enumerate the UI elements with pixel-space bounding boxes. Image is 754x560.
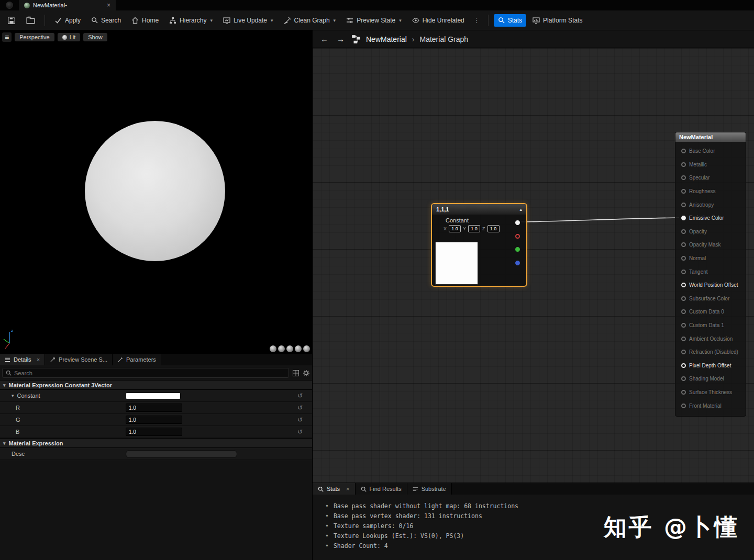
tab-preview-scene-settings[interactable]: Preview Scene S... <box>45 354 113 365</box>
pin-circle-icon[interactable] <box>681 203 686 207</box>
perspective-button[interactable]: Perspective <box>15 33 54 41</box>
hide-unrelated-button[interactable]: Hide Unrelated <box>408 14 469 27</box>
pin-circle-icon[interactable] <box>681 216 686 220</box>
material-input-pin-row[interactable]: Surface Thickness <box>675 386 746 399</box>
material-input-pin-row[interactable]: Opacity Mask <box>675 238 746 252</box>
pin-circle-icon[interactable] <box>681 283 686 287</box>
section-material-expression-constant3vector[interactable]: ▾ Material Expression Constant 3Vector <box>0 380 312 390</box>
back-arrow-icon[interactable]: ← <box>319 35 330 43</box>
pin-circle-icon[interactable] <box>681 376 686 381</box>
hierarchy-button[interactable]: Hierarchy ▾ <box>165 14 217 27</box>
viewport-menu-icon[interactable]: ≡ <box>2 32 12 42</box>
material-input-pin-row[interactable]: Subsurface Color <box>675 292 746 306</box>
reset-to-default-icon[interactable]: ↺ <box>297 392 303 399</box>
reset-to-default-icon[interactable]: ↺ <box>297 416 303 423</box>
x-value-box[interactable]: 1.0 <box>449 225 461 232</box>
collapse-node-icon[interactable]: ▴ <box>519 207 522 212</box>
pin-circle-icon[interactable] <box>681 149 686 153</box>
gear-icon[interactable] <box>303 369 310 377</box>
material-input-pin-row[interactable]: Ambient Occlusion <box>675 332 746 345</box>
pin-circle-icon[interactable] <box>681 390 686 395</box>
reset-to-default-icon[interactable]: ↺ <box>297 428 303 435</box>
material-input-pin-row[interactable]: Specular <box>675 171 746 185</box>
pin-circle-icon[interactable] <box>681 189 686 194</box>
b-value-input[interactable] <box>126 428 182 436</box>
output-pin-b[interactable] <box>515 261 520 265</box>
toolbar-overflow-menu[interactable]: ⋮ <box>471 14 483 26</box>
material-input-pin-row[interactable]: Roughness <box>675 185 746 198</box>
breadcrumb-asset[interactable]: NewMaterial <box>366 35 407 43</box>
material-input-pin-row[interactable]: Normal <box>675 252 746 265</box>
material-input-pin-row[interactable]: World Position Offset <box>675 278 746 292</box>
forward-arrow-icon[interactable]: → <box>335 35 346 43</box>
save-button[interactable] <box>3 14 20 27</box>
pin-circle-icon[interactable] <box>681 296 686 301</box>
material-input-pin-row[interactable]: Custom Data 0 <box>675 305 746 319</box>
result-node-header[interactable]: NewMaterial <box>675 132 746 142</box>
search-button[interactable]: Search <box>87 14 125 27</box>
material-input-pin-row[interactable]: Anisotropy <box>675 198 746 211</box>
details-search-input[interactable] <box>14 370 285 376</box>
output-pin-g[interactable] <box>515 247 520 252</box>
constant-3vector-node[interactable]: 1,1,1 ▴ Constant X 1.0 Y 1.0 Z 1.0 <box>431 203 527 287</box>
tab-details[interactable]: Details × <box>0 354 45 365</box>
tab-stats-close-icon[interactable]: × <box>346 486 349 492</box>
material-graph-canvas[interactable]: 1,1,1 ▴ Constant X 1.0 Y 1.0 Z 1.0 NewMa… <box>312 48 754 483</box>
tab-close-icon[interactable]: × <box>106 2 112 9</box>
row-caret-icon[interactable]: ▾ <box>12 393 14 398</box>
preview-mesh-cube-button[interactable] <box>295 345 302 352</box>
reset-to-default-icon[interactable]: ↺ <box>297 404 303 411</box>
desc-input[interactable] <box>126 450 237 458</box>
material-input-pin-row[interactable]: Refraction (Disabled) <box>675 345 746 359</box>
constant-node-header[interactable]: 1,1,1 ▴ <box>432 204 526 215</box>
output-pin-r[interactable] <box>515 234 520 239</box>
details-search-box[interactable] <box>2 368 289 378</box>
material-input-pin-row[interactable]: Front Material <box>675 399 746 412</box>
pin-circle-icon[interactable] <box>681 270 686 274</box>
material-input-pin-row[interactable]: Metallic <box>675 158 746 172</box>
preview-mesh-plane-button[interactable] <box>286 345 293 352</box>
browse-button[interactable] <box>22 13 39 27</box>
tab-substrate[interactable]: Substrate <box>407 483 452 495</box>
preview-state-button[interactable]: Preview State ▾ <box>342 14 406 27</box>
z-value-box[interactable]: 1.0 <box>487 225 500 232</box>
material-input-pin-row[interactable]: Shading Model <box>675 372 746 386</box>
constant-color-swatch[interactable] <box>126 393 181 399</box>
lit-mode-button[interactable]: Lit <box>58 33 81 41</box>
apply-button[interactable]: Apply <box>50 14 85 27</box>
pin-circle-icon[interactable] <box>681 175 686 180</box>
material-input-pin-row[interactable]: Tangent <box>675 265 746 278</box>
preview-viewport[interactable]: ≡ Perspective Lit Show z <box>0 30 312 353</box>
platform-stats-button[interactable]: Platform Stats <box>528 14 586 27</box>
pin-circle-icon[interactable] <box>681 162 686 167</box>
section-material-expression[interactable]: ▾ Material Expression <box>0 438 312 448</box>
output-pin-rgb[interactable] <box>515 220 520 225</box>
pin-circle-icon[interactable] <box>681 229 686 234</box>
pin-circle-icon[interactable] <box>681 309 686 314</box>
tab-stats[interactable]: Stats × <box>313 483 356 495</box>
pin-circle-icon[interactable] <box>681 350 686 354</box>
pin-circle-icon[interactable] <box>681 323 686 328</box>
stats-toggle-button[interactable]: Stats <box>494 14 526 27</box>
preview-mesh-sphere-button[interactable] <box>278 345 285 352</box>
show-button[interactable]: Show <box>83 33 107 41</box>
tab-details-close-icon[interactable]: × <box>37 356 40 363</box>
home-button[interactable]: Home <box>127 14 163 27</box>
material-input-pin-row[interactable]: Pixel Depth Offset <box>675 359 746 373</box>
tab-find-results[interactable]: Find Results <box>356 483 407 495</box>
clean-graph-button[interactable]: Clean Graph ▾ <box>280 14 340 27</box>
asset-tab-newmaterial[interactable]: NewMaterial• × <box>19 0 116 10</box>
y-value-box[interactable]: 1.0 <box>468 225 480 232</box>
preview-mesh-custom-button[interactable] <box>303 345 310 352</box>
g-value-input[interactable] <box>126 416 182 424</box>
pin-circle-icon[interactable] <box>681 242 686 247</box>
material-input-pin-row[interactable]: Base Color <box>675 144 746 158</box>
pin-circle-icon[interactable] <box>681 363 686 368</box>
pin-circle-icon[interactable] <box>681 337 686 341</box>
unreal-logo-icon[interactable] <box>0 0 19 10</box>
preview-mesh-cylinder-button[interactable] <box>270 345 276 352</box>
material-input-pin-row[interactable]: Opacity <box>675 225 746 239</box>
pin-circle-icon[interactable] <box>681 256 686 261</box>
live-update-button[interactable]: Live Update ▾ <box>219 14 278 27</box>
material-input-pin-row[interactable]: Custom Data 1 <box>675 319 746 332</box>
